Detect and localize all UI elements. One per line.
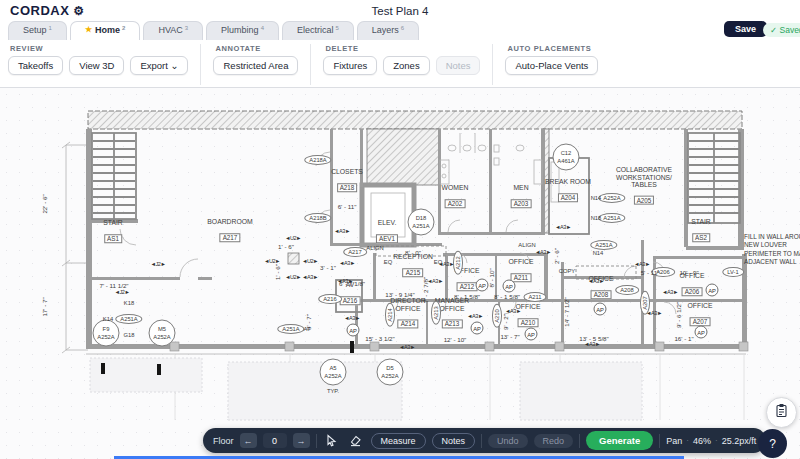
ribbon-section-annotate: ANNOTATERestricted Area: [213, 42, 298, 75]
tab-setup[interactable]: Setup1: [8, 21, 67, 40]
toolbar-divider: [579, 434, 580, 448]
zones-button[interactable]: Zones: [383, 56, 429, 75]
av-room-walls: [336, 280, 362, 312]
ribbon-divider: [200, 44, 201, 85]
ribbon: REVIEWTakeoffsView 3DExport ⌄ANNOTATERes…: [0, 40, 800, 88]
help-button[interactable]: ?: [758, 429, 787, 458]
auto-place-vents-button[interactable]: Auto-Place Vents: [505, 56, 598, 75]
ribbon-divider: [492, 44, 493, 85]
floor-prev-button[interactable]: ←: [240, 433, 257, 448]
ribbon-section-title: DELETE: [325, 44, 480, 53]
eraser-tool-icon[interactable]: [347, 432, 365, 450]
bottom-toolbar: Floor ← 0 → Measure Notes Undo Redo Gene…: [203, 428, 766, 453]
restricted-area-button[interactable]: Restricted Area: [213, 56, 298, 75]
pan-label: Pan: [666, 436, 682, 446]
shaft-hatched-block: [367, 129, 439, 185]
elevator-shaft: [362, 185, 414, 245]
tab-electrical[interactable]: Electrical5: [282, 21, 354, 40]
ribbon-section-review: REVIEWTakeoffsView 3DExport ⌄: [8, 42, 188, 75]
notes-button: Notes: [436, 56, 481, 75]
tab-home[interactable]: ★Home2: [70, 21, 141, 40]
tab-plumbing[interactable]: Plumbing4: [206, 21, 279, 40]
fixtures-button[interactable]: Fixtures: [323, 56, 377, 75]
app-window: CORDAX ⚙ Test Plan 4 Save ✓ Saved Setup1…: [0, 0, 800, 459]
ribbon-section-title: REVIEW: [10, 44, 188, 53]
clipboard-icon: [774, 403, 789, 422]
toolbar-divider: [316, 434, 317, 448]
ribbon-divider: [310, 44, 311, 85]
app-logo: CORDAX ⚙: [10, 3, 85, 18]
notes-button[interactable]: Notes: [432, 433, 476, 449]
tab-bar: Setup1★Home2HVAC3Plumbing4Electrical5Lay…: [8, 21, 419, 40]
stair-as1: [92, 133, 136, 219]
tab-hvac[interactable]: HVAC3: [143, 21, 203, 40]
ribbon-section-title: ANNOTATE: [215, 44, 298, 53]
takeoff-report-button[interactable]: [766, 397, 797, 428]
scale-value: 25.2px/ft: [722, 436, 757, 446]
column-hatched: [288, 253, 299, 264]
zoom-percent: 46%: [693, 436, 711, 446]
generate-button[interactable]: Generate: [586, 431, 653, 450]
floor-label: Floor: [213, 436, 234, 446]
floorplan-drawing: [0, 88, 800, 459]
cursor-tool-icon[interactable]: [323, 432, 341, 450]
toolbar-divider: [659, 434, 660, 448]
redo-button: Redo: [534, 434, 574, 448]
floor-next-button[interactable]: →: [293, 433, 310, 448]
measure-button[interactable]: Measure: [371, 433, 426, 449]
plan-canvas[interactable]: [0, 88, 800, 459]
saved-status-badge: ✓ Saved: [763, 23, 800, 37]
undo-button: Undo: [488, 434, 528, 448]
ribbon-section-title: AUTO PLACEMENTS: [507, 44, 598, 53]
break-room-walls: [549, 158, 589, 234]
ribbon-section-auto-placements: AUTO PLACEMENTSAuto-Place Vents: [505, 42, 598, 75]
save-button[interactable]: Save: [724, 21, 767, 37]
exterior-pads: [90, 358, 642, 420]
star-icon: ★: [85, 25, 92, 34]
exterior-hatched-wall: [88, 111, 742, 129]
question-icon: ?: [769, 437, 776, 451]
tab-layers[interactable]: Layers6: [357, 21, 419, 40]
floor-value: 0: [263, 433, 287, 448]
stair-as2: [688, 133, 740, 223]
view-status: Pan · 46% · 25.2px/ft: [666, 436, 756, 446]
page-title: Test Plan 4: [0, 5, 800, 17]
takeoffs-button[interactable]: Takeoffs: [8, 56, 63, 75]
view-3d-button[interactable]: View 3D: [69, 56, 124, 75]
toolbar-divider: [481, 434, 482, 448]
logo-text: CORDAX: [10, 3, 69, 18]
ribbon-section-delete: DELETEFixturesZonesNotes: [323, 42, 480, 75]
export-button[interactable]: Export ⌄: [130, 56, 188, 75]
gear-icon: ⚙: [73, 4, 84, 18]
